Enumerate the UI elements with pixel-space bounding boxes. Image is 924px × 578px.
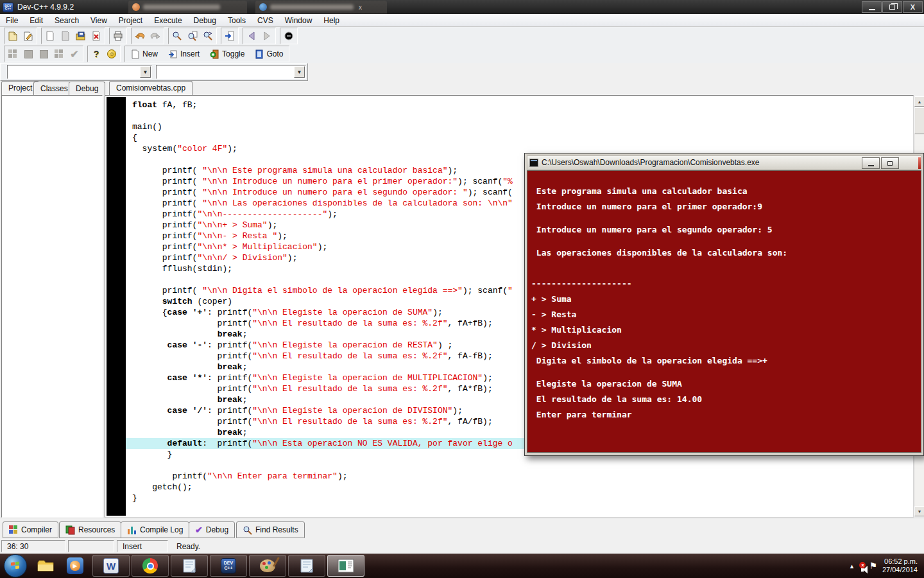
devcpp-titlebar[interactable]: DEVC++ Dev-C++ 4.9.9.2 x X bbox=[0, 0, 924, 14]
code-line[interactable]: } bbox=[126, 493, 912, 504]
help-icon[interactable]: ? bbox=[89, 47, 104, 61]
taskbar-notepad[interactable] bbox=[171, 555, 208, 577]
tab-file-comisionvebtas[interactable]: Comisionvebtas.cpp bbox=[109, 81, 193, 95]
tab-debug[interactable]: Debug bbox=[69, 82, 105, 95]
code-line[interactable]: getch(); bbox=[126, 482, 912, 493]
undo-icon[interactable] bbox=[132, 29, 148, 43]
minimize-button[interactable] bbox=[862, 1, 882, 13]
new-file-icon[interactable] bbox=[42, 29, 58, 43]
new-button[interactable]: New bbox=[126, 47, 163, 61]
taskbar-media-player[interactable]: ▶ bbox=[63, 554, 87, 577]
editor-gutter bbox=[107, 97, 126, 516]
devcpp-app-icon: DEVC++ bbox=[3, 3, 13, 12]
chevron-down-icon[interactable]: ▼ bbox=[294, 66, 305, 78]
tab-debug-report[interactable]: ✔ Debug bbox=[189, 521, 235, 538]
notepad-icon bbox=[300, 558, 314, 574]
redo-icon[interactable] bbox=[148, 29, 163, 43]
replace-icon[interactable] bbox=[200, 29, 216, 43]
chrome-icon bbox=[142, 558, 158, 574]
menu-view[interactable]: View bbox=[85, 14, 113, 27]
status-message: Ready. bbox=[171, 540, 923, 552]
close-file-icon[interactable] bbox=[89, 29, 104, 43]
menu-search[interactable]: Search bbox=[49, 14, 85, 27]
compiler-combo-right[interactable]: ▼ bbox=[156, 65, 306, 79]
resources-tab-icon bbox=[65, 525, 75, 535]
console-output-area[interactable]: Este programa simula una calculador basi… bbox=[527, 170, 921, 453]
back-icon[interactable] bbox=[244, 29, 259, 43]
menu-help[interactable]: Help bbox=[318, 14, 345, 27]
code-line[interactable]: { bbox=[126, 132, 912, 143]
scroll-down-icon[interactable]: ▼ bbox=[914, 506, 924, 516]
taskbar-notepad-2[interactable] bbox=[288, 555, 325, 577]
about-smiley-icon[interactable]: ☺ bbox=[104, 47, 119, 61]
forward-icon[interactable] bbox=[259, 29, 275, 43]
print-icon[interactable] bbox=[110, 29, 126, 43]
console-titlebar[interactable]: C:\Users\Oswah\Downloads\Programacion\Co… bbox=[527, 155, 921, 170]
menu-tools[interactable]: Tools bbox=[222, 14, 252, 27]
code-line[interactable] bbox=[126, 110, 912, 121]
scroll-up-icon[interactable]: ▲ bbox=[914, 96, 924, 107]
console-window[interactable]: C:\Users\Oswah\Downloads\Programacion\Co… bbox=[524, 153, 924, 456]
taskbar-paint[interactable] bbox=[249, 555, 286, 577]
syntax-check-icon[interactable]: ✔ bbox=[67, 47, 82, 61]
menu-file[interactable]: File bbox=[0, 14, 24, 27]
play-icon: ▶ bbox=[70, 561, 80, 571]
project-browser-panel[interactable] bbox=[1, 95, 103, 518]
tab-compiler[interactable]: Compiler bbox=[3, 521, 58, 538]
toggle-button[interactable]: Toggle bbox=[205, 47, 250, 61]
console-maximize-button[interactable] bbox=[881, 157, 899, 169]
console-close-button[interactable] bbox=[918, 157, 921, 169]
toolbar-compile: ✔ ? ☺ New Insert Toggle Goto bbox=[0, 45, 924, 63]
compile-and-run-icon[interactable] bbox=[36, 47, 51, 61]
goto-button[interactable]: Goto bbox=[250, 47, 288, 61]
scroll-thumb[interactable] bbox=[914, 107, 924, 134]
menu-window[interactable]: Window bbox=[279, 14, 318, 27]
code-line[interactable] bbox=[126, 460, 912, 471]
menu-edit[interactable]: Edit bbox=[24, 14, 49, 27]
console-minimize-button[interactable] bbox=[862, 157, 880, 169]
taskbar-chrome[interactable] bbox=[132, 555, 169, 577]
code-line[interactable]: main() bbox=[126, 121, 912, 132]
menu-cvs[interactable]: CVS bbox=[252, 14, 279, 27]
menu-debug[interactable]: Debug bbox=[188, 14, 222, 27]
windows-taskbar: ▶ W DEVC++ bbox=[0, 554, 924, 578]
start-button[interactable] bbox=[4, 554, 27, 577]
menu-execute[interactable]: Execute bbox=[148, 14, 187, 27]
taskbar-word[interactable]: W bbox=[92, 555, 130, 577]
taskbar-clock[interactable]: 06:52 p.m. 27/04/2014 bbox=[882, 557, 918, 574]
run-icon[interactable] bbox=[21, 47, 36, 61]
abort-icon[interactable] bbox=[281, 29, 296, 43]
paint-palette-icon bbox=[260, 559, 275, 572]
tab-find-results[interactable]: Find Results bbox=[236, 521, 305, 538]
taskbar-explorer[interactable] bbox=[33, 554, 58, 577]
taskbar-devcpp[interactable]: DEVC++ bbox=[210, 555, 247, 577]
rebuild-icon[interactable] bbox=[51, 47, 67, 61]
new-source-icon[interactable] bbox=[5, 29, 21, 43]
code-line[interactable]: printf("\n\n Enter para terminar"); bbox=[126, 471, 912, 482]
modified-indicator bbox=[68, 540, 114, 552]
hidden-icons-chevron[interactable]: ▴ bbox=[850, 562, 854, 570]
insert-button[interactable]: Insert bbox=[163, 47, 205, 61]
chevron-down-icon[interactable]: ▼ bbox=[140, 66, 151, 78]
close-button[interactable]: X bbox=[903, 1, 923, 13]
find-icon[interactable] bbox=[169, 29, 185, 43]
taskbar-console-active[interactable] bbox=[327, 555, 364, 577]
compile-icon[interactable] bbox=[5, 47, 21, 61]
find-in-files-icon[interactable] bbox=[185, 29, 200, 43]
action-center-flag-icon[interactable]: ⚑ bbox=[869, 561, 877, 571]
new-page-icon bbox=[131, 49, 140, 59]
tab-compile-log[interactable]: Compile Log bbox=[121, 521, 189, 538]
save-icon[interactable] bbox=[58, 29, 73, 43]
restore-button[interactable] bbox=[882, 1, 902, 13]
goto-line-icon[interactable] bbox=[222, 29, 237, 43]
open-project-icon[interactable] bbox=[21, 29, 36, 43]
folder-icon bbox=[37, 559, 54, 572]
save-as-icon[interactable] bbox=[73, 29, 89, 43]
clock-date: 27/04/2014 bbox=[882, 566, 918, 574]
goto-icon bbox=[255, 49, 264, 59]
desktop: DEVC++ Dev-C++ 4.9.9.2 x X FileEditSearc… bbox=[0, 0, 924, 578]
code-line[interactable]: float fA, fB; bbox=[126, 100, 912, 110]
compiler-combo-left[interactable]: ▼ bbox=[7, 65, 152, 79]
tab-resources[interactable]: Resources bbox=[59, 521, 121, 538]
menu-project[interactable]: Project bbox=[113, 14, 148, 27]
